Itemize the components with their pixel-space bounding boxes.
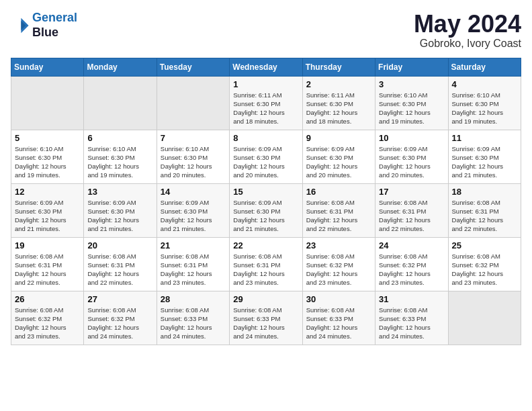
page-header: General Blue May 2024 Gobroko, Ivory Coa… — [11, 11, 521, 50]
calendar-week-1: 1Sunrise: 6:11 AM Sunset: 6:30 PM Daylig… — [11, 76, 521, 130]
day-info: Sunrise: 6:10 AM Sunset: 6:30 PM Dayligh… — [379, 91, 444, 126]
day-info: Sunrise: 6:10 AM Sunset: 6:30 PM Dayligh… — [87, 144, 152, 180]
day-info: Sunrise: 6:08 AM Sunset: 6:31 PM Dayligh… — [306, 198, 371, 234]
calendar-cell: 5Sunrise: 6:10 AM Sunset: 6:30 PM Daylig… — [11, 130, 84, 183]
weekday-header-row: SundayMondayTuesdayWednesdayThursdayFrid… — [11, 58, 521, 76]
day-info: Sunrise: 6:09 AM Sunset: 6:30 PM Dayligh… — [233, 198, 298, 234]
weekday-header-tuesday: Tuesday — [157, 58, 229, 76]
weekday-header-friday: Friday — [375, 58, 448, 76]
calendar-cell: 27Sunrise: 6:08 AM Sunset: 6:32 PM Dayli… — [84, 291, 157, 345]
logo-text: General Blue — [32, 11, 77, 40]
day-info: Sunrise: 6:08 AM Sunset: 6:31 PM Dayligh… — [452, 198, 517, 234]
calendar-cell: 17Sunrise: 6:08 AM Sunset: 6:31 PM Dayli… — [375, 183, 448, 237]
day-number: 21 — [161, 240, 226, 250]
calendar-cell: 6Sunrise: 6:10 AM Sunset: 6:30 PM Daylig… — [84, 130, 157, 183]
day-number: 29 — [233, 294, 298, 304]
calendar-cell: 1Sunrise: 6:11 AM Sunset: 6:30 PM Daylig… — [230, 76, 302, 130]
day-number: 19 — [15, 240, 80, 250]
calendar-cell: 28Sunrise: 6:08 AM Sunset: 6:33 PM Dayli… — [157, 291, 229, 345]
calendar-cell: 31Sunrise: 6:08 AM Sunset: 6:33 PM Dayli… — [375, 291, 448, 345]
calendar-week-3: 12Sunrise: 6:09 AM Sunset: 6:30 PM Dayli… — [11, 183, 521, 237]
day-number: 6 — [87, 133, 152, 143]
day-info: Sunrise: 6:08 AM Sunset: 6:33 PM Dayligh… — [233, 306, 298, 341]
calendar-cell: 24Sunrise: 6:08 AM Sunset: 6:32 PM Dayli… — [375, 237, 448, 291]
day-number: 10 — [379, 133, 444, 143]
calendar-cell: 23Sunrise: 6:08 AM Sunset: 6:32 PM Dayli… — [302, 237, 375, 291]
day-number: 25 — [452, 240, 517, 250]
calendar-cell — [157, 76, 229, 130]
calendar-cell: 4Sunrise: 6:10 AM Sunset: 6:30 PM Daylig… — [448, 76, 521, 130]
day-number: 24 — [379, 240, 444, 250]
calendar-cell: 7Sunrise: 6:10 AM Sunset: 6:30 PM Daylig… — [157, 130, 229, 183]
calendar-cell: 2Sunrise: 6:11 AM Sunset: 6:30 PM Daylig… — [302, 76, 375, 130]
day-info: Sunrise: 6:09 AM Sunset: 6:30 PM Dayligh… — [15, 198, 80, 234]
day-info: Sunrise: 6:09 AM Sunset: 6:30 PM Dayligh… — [452, 144, 517, 180]
day-info: Sunrise: 6:11 AM Sunset: 6:30 PM Dayligh… — [306, 91, 371, 126]
day-info: Sunrise: 6:08 AM Sunset: 6:32 PM Dayligh… — [452, 252, 517, 287]
day-number: 28 — [161, 294, 226, 304]
day-number: 11 — [452, 133, 517, 143]
calendar-cell: 3Sunrise: 6:10 AM Sunset: 6:30 PM Daylig… — [375, 76, 448, 130]
day-number: 15 — [233, 187, 298, 197]
day-info: Sunrise: 6:09 AM Sunset: 6:30 PM Dayligh… — [87, 198, 152, 234]
day-number: 14 — [161, 187, 226, 197]
day-info: Sunrise: 6:08 AM Sunset: 6:31 PM Dayligh… — [87, 252, 152, 287]
day-info: Sunrise: 6:11 AM Sunset: 6:30 PM Dayligh… — [233, 91, 298, 126]
calendar-cell: 21Sunrise: 6:08 AM Sunset: 6:31 PM Dayli… — [157, 237, 229, 291]
calendar-week-2: 5Sunrise: 6:10 AM Sunset: 6:30 PM Daylig… — [11, 130, 521, 183]
calendar-body: 1Sunrise: 6:11 AM Sunset: 6:30 PM Daylig… — [11, 76, 521, 345]
day-number: 5 — [15, 133, 80, 143]
weekday-header-sunday: Sunday — [11, 58, 84, 76]
day-number: 22 — [233, 240, 298, 250]
day-info: Sunrise: 6:09 AM Sunset: 6:30 PM Dayligh… — [161, 198, 226, 234]
day-number: 2 — [306, 79, 371, 89]
weekday-header-thursday: Thursday — [302, 58, 375, 76]
calendar-cell: 26Sunrise: 6:08 AM Sunset: 6:32 PM Dayli… — [11, 291, 84, 345]
calendar-table: SundayMondayTuesdayWednesdayThursdayFrid… — [11, 58, 521, 345]
day-info: Sunrise: 6:08 AM Sunset: 6:31 PM Dayligh… — [161, 252, 226, 287]
day-number: 23 — [306, 240, 371, 250]
calendar-cell: 18Sunrise: 6:08 AM Sunset: 6:31 PM Dayli… — [448, 183, 521, 237]
day-number: 4 — [452, 79, 517, 89]
day-info: Sunrise: 6:10 AM Sunset: 6:30 PM Dayligh… — [452, 91, 517, 126]
calendar-cell: 15Sunrise: 6:09 AM Sunset: 6:30 PM Dayli… — [230, 183, 302, 237]
day-number: 8 — [233, 133, 298, 143]
day-info: Sunrise: 6:08 AM Sunset: 6:33 PM Dayligh… — [161, 306, 226, 341]
title-block: May 2024 Gobroko, Ivory Coast — [414, 11, 521, 50]
weekday-header-saturday: Saturday — [448, 58, 521, 76]
day-info: Sunrise: 6:08 AM Sunset: 6:32 PM Dayligh… — [306, 252, 371, 287]
day-info: Sunrise: 6:08 AM Sunset: 6:32 PM Dayligh… — [87, 306, 152, 341]
day-info: Sunrise: 6:08 AM Sunset: 6:31 PM Dayligh… — [15, 252, 80, 287]
day-info: Sunrise: 6:09 AM Sunset: 6:30 PM Dayligh… — [233, 144, 298, 180]
calendar-subtitle: Gobroko, Ivory Coast — [414, 38, 521, 50]
day-number: 1 — [233, 79, 298, 89]
calendar-title: May 2024 — [414, 11, 521, 38]
day-info: Sunrise: 6:10 AM Sunset: 6:30 PM Dayligh… — [15, 144, 80, 180]
calendar-week-5: 26Sunrise: 6:08 AM Sunset: 6:32 PM Dayli… — [11, 291, 521, 345]
day-number: 20 — [87, 240, 152, 250]
calendar-cell: 9Sunrise: 6:09 AM Sunset: 6:30 PM Daylig… — [302, 130, 375, 183]
day-number: 12 — [15, 187, 80, 197]
calendar-cell: 22Sunrise: 6:08 AM Sunset: 6:31 PM Dayli… — [230, 237, 302, 291]
day-number: 18 — [452, 187, 517, 197]
calendar-cell: 13Sunrise: 6:09 AM Sunset: 6:30 PM Dayli… — [84, 183, 157, 237]
day-info: Sunrise: 6:08 AM Sunset: 6:33 PM Dayligh… — [379, 306, 444, 341]
calendar-cell: 10Sunrise: 6:09 AM Sunset: 6:30 PM Dayli… — [375, 130, 448, 183]
calendar-cell: 29Sunrise: 6:08 AM Sunset: 6:33 PM Dayli… — [230, 291, 302, 345]
calendar-cell: 20Sunrise: 6:08 AM Sunset: 6:31 PM Dayli… — [84, 237, 157, 291]
calendar-cell — [448, 291, 521, 345]
calendar-header: SundayMondayTuesdayWednesdayThursdayFrid… — [11, 58, 521, 76]
calendar-cell — [11, 76, 84, 130]
calendar-cell: 11Sunrise: 6:09 AM Sunset: 6:30 PM Dayli… — [448, 130, 521, 183]
day-number: 7 — [161, 133, 226, 143]
weekday-header-monday: Monday — [84, 58, 157, 76]
day-number: 13 — [87, 187, 152, 197]
calendar-cell: 30Sunrise: 6:08 AM Sunset: 6:33 PM Dayli… — [302, 291, 375, 345]
day-info: Sunrise: 6:10 AM Sunset: 6:30 PM Dayligh… — [161, 144, 226, 180]
weekday-header-wednesday: Wednesday — [230, 58, 302, 76]
day-number: 3 — [379, 79, 444, 89]
calendar-cell — [84, 76, 157, 130]
calendar-week-4: 19Sunrise: 6:08 AM Sunset: 6:31 PM Dayli… — [11, 237, 521, 291]
day-number: 30 — [306, 294, 371, 304]
day-number: 27 — [87, 294, 152, 304]
